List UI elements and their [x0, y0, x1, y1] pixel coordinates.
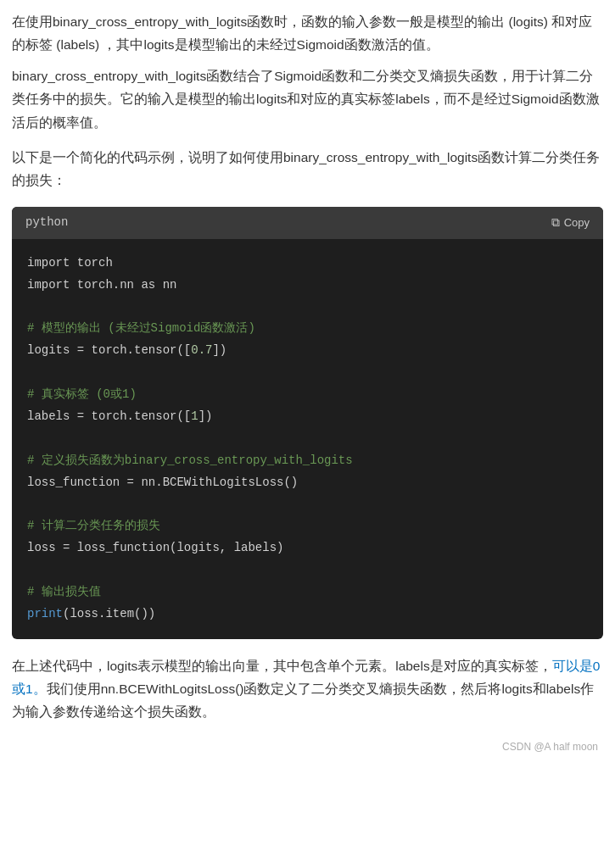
- code-line-blank4: [27, 493, 588, 515]
- code-line-comment2: # 真实标签 (0或1): [27, 384, 588, 406]
- page-container: 在使用binary_cross_entropy_with_logits函数时，函…: [0, 0, 615, 773]
- bottom-para-1: 在上述代码中，logits表示模型的输出向量，其中包含单个元素。labels是对…: [12, 654, 603, 723]
- highlight-blue-text: 可以是0或1。: [12, 659, 600, 696]
- code-header: python ⧉ Copy: [12, 207, 603, 239]
- code-line-blank2: [27, 362, 588, 384]
- code-line-comment4: # 计算二分类任务的损失: [27, 515, 588, 537]
- code-body: import torch import torch.nn as nn # 模型的…: [12, 239, 603, 639]
- code-line-blank3: [27, 428, 588, 450]
- code-line-comment5: # 输出损失值: [27, 581, 588, 604]
- bottom-text-block: 在上述代码中，logits表示模型的输出向量，其中包含单个元素。labels是对…: [12, 654, 603, 723]
- intro-para-1: 在使用binary_cross_entropy_with_logits函数时，函…: [12, 10, 603, 56]
- code-line-labels: labels = torch.tensor([1]): [27, 406, 588, 428]
- code-block: python ⧉ Copy import torch import torch.…: [12, 207, 603, 639]
- copy-label: Copy: [564, 216, 590, 229]
- code-line-import2: import torch.nn as nn: [27, 275, 588, 297]
- copy-button[interactable]: ⧉ Copy: [551, 215, 590, 230]
- intro-para-3: 以下是一个简化的代码示例，说明了如何使用binary_cross_entropy…: [12, 146, 603, 192]
- code-line-logits: logits = torch.tensor([0.7]): [27, 340, 588, 362]
- code-line-loss-function: loss_function = nn.BCEWithLogitsLoss(): [27, 472, 588, 494]
- copy-icon: ⧉: [551, 215, 560, 230]
- code-line-comment1: # 模型的输出 (未经过Sigmoid函数激活): [27, 318, 588, 340]
- code-line-blank5: [27, 559, 588, 581]
- code-line-comment3: # 定义损失函数为binary_cross_entropy_with_logit…: [27, 450, 588, 472]
- intro-block-2: 以下是一个简化的代码示例，说明了如何使用binary_cross_entropy…: [12, 146, 603, 192]
- code-language: python: [25, 213, 68, 233]
- code-line-import1: import torch: [27, 253, 588, 275]
- code-line-blank1: [27, 296, 588, 318]
- intro-para-2: binary_cross_entropy_with_logits函数结合了Sig…: [12, 64, 603, 133]
- code-line-loss: loss = loss_function(logits, labels): [27, 537, 588, 559]
- attribution: CSDN @A half moon: [12, 738, 603, 755]
- code-line-print: print(loss.item()): [27, 604, 588, 626]
- intro-block-1: 在使用binary_cross_entropy_with_logits函数时，函…: [12, 10, 603, 134]
